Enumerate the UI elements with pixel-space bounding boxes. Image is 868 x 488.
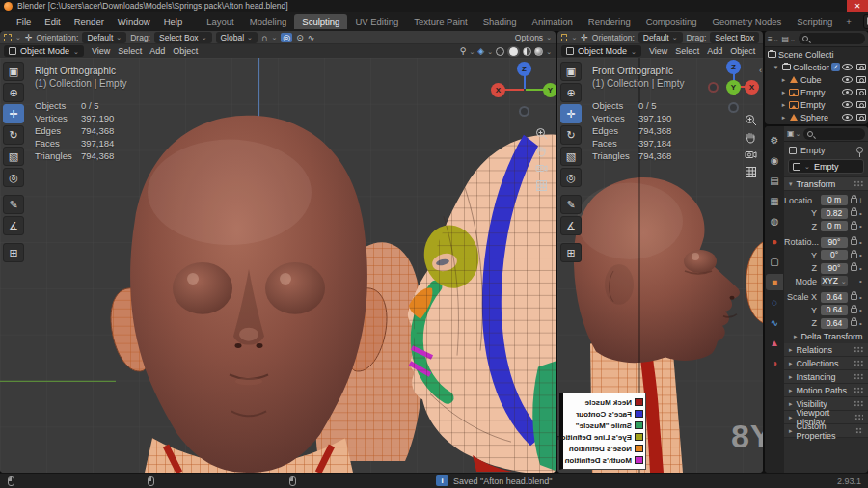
rotation-mode-dropdown[interactable]: XYZ⌄ bbox=[821, 276, 848, 286]
proportional-editing-icon[interactable]: ◎ bbox=[281, 33, 292, 42]
lock-icon[interactable] bbox=[851, 239, 857, 245]
panel-grip-icon[interactable] bbox=[854, 360, 863, 366]
outliner-filter-icon[interactable]: ≡⌄ bbox=[768, 35, 779, 43]
navigation-gizmo-left[interactable]: Z X Y bbox=[487, 60, 553, 120]
tab-layout[interactable]: Layout bbox=[199, 14, 242, 29]
tab-view-layer[interactable]: ▦ bbox=[766, 193, 783, 209]
tab-world[interactable]: ● bbox=[766, 233, 783, 250]
tab-rendering[interactable]: Rendering bbox=[581, 14, 638, 29]
expand-icon[interactable]: ▸ bbox=[780, 101, 787, 109]
animate-dot-icon[interactable]: • bbox=[857, 264, 864, 273]
menu-view[interactable]: View bbox=[92, 46, 110, 56]
expand-icon[interactable]: ▾ bbox=[773, 64, 779, 71]
tab-constraints[interactable]: ∿ bbox=[766, 314, 783, 331]
outliner-search-input[interactable] bbox=[799, 33, 865, 44]
menu-window[interactable]: Window bbox=[111, 16, 157, 27]
location-x-field[interactable]: 0 m bbox=[821, 195, 848, 205]
tab-material[interactable]: ◑ bbox=[766, 355, 783, 371]
shading-wireframe-icon[interactable] bbox=[496, 47, 504, 56]
camera-view-icon[interactable] bbox=[745, 149, 757, 161]
tab-animation[interactable]: Animation bbox=[525, 14, 581, 29]
tab-output[interactable]: ▤ bbox=[766, 173, 783, 189]
shading-rendered-icon[interactable] bbox=[534, 47, 543, 56]
location-z-field[interactable]: 0 m bbox=[821, 221, 848, 231]
animate-dot-icon[interactable]: • bbox=[857, 209, 864, 218]
drag-dropdown[interactable]: Select Box bbox=[710, 32, 759, 43]
animate-dot-icon[interactable]: • bbox=[857, 222, 864, 230]
overlays-icon[interactable]: ◈ bbox=[477, 46, 484, 56]
tool-transform[interactable]: ◎ bbox=[560, 168, 582, 187]
outliner-display-mode-icon[interactable]: ▤⌄ bbox=[782, 35, 796, 43]
tool-cursor[interactable]: ⊕ bbox=[3, 83, 24, 102]
tab-render[interactable]: ◉ bbox=[766, 152, 783, 169]
tool-annotate[interactable]: ✎ bbox=[3, 195, 24, 214]
gizmo-x-axis[interactable]: X bbox=[491, 83, 505, 97]
lock-icon[interactable] bbox=[851, 265, 857, 271]
hide-eye-icon[interactable] bbox=[842, 101, 853, 108]
tool-move[interactable]: ✛ bbox=[3, 104, 24, 123]
rotation-z-field[interactable]: 90° bbox=[821, 263, 848, 274]
animate-dot-icon[interactable]: i bbox=[857, 196, 864, 204]
panel-relations[interactable]: ▸Relations bbox=[784, 343, 868, 357]
panel-grip-icon[interactable] bbox=[854, 373, 863, 380]
tool-rotate[interactable]: ↻ bbox=[3, 125, 24, 145]
scene-selector[interactable]: ⌄ Scene ✕ bbox=[863, 14, 868, 29]
snap-magnet-icon[interactable]: ∩ bbox=[261, 33, 267, 42]
shading-solid-active[interactable] bbox=[507, 46, 520, 57]
panel-grip-icon[interactable] bbox=[855, 427, 863, 434]
tab-compositing[interactable]: Compositing bbox=[638, 14, 705, 29]
navigation-gizmo-right[interactable]: Z Y X bbox=[700, 60, 760, 118]
tab-tool[interactable]: ⚙ bbox=[766, 132, 783, 149]
viewport-3d-right[interactable]: Front Orthographic (1) Collection | Empt… bbox=[557, 58, 763, 473]
outliner-row-collection[interactable]: ▾ Collection ✓ bbox=[765, 61, 868, 73]
panel-custom-properties[interactable]: ▸Custom Properties bbox=[784, 424, 868, 438]
scale-x-field[interactable]: 0.64 bbox=[821, 292, 848, 303]
show-gizmo-icon[interactable]: ⚲ bbox=[460, 46, 467, 56]
hide-eye-icon[interactable] bbox=[842, 76, 853, 83]
expand-icon[interactable]: ▸ bbox=[780, 76, 787, 84]
panel-grip-icon[interactable] bbox=[854, 180, 863, 187]
hide-eye-icon[interactable] bbox=[842, 89, 853, 95]
menu-render[interactable]: Render bbox=[68, 16, 111, 27]
outliner-row-sphere[interactable]: ▸ Sphere bbox=[765, 111, 868, 123]
animate-dot-icon[interactable]: • bbox=[857, 251, 864, 259]
panel-grip-icon[interactable] bbox=[854, 400, 863, 407]
tool-move[interactable]: ✛ bbox=[560, 104, 582, 123]
close-button[interactable]: ✕ bbox=[847, 0, 868, 12]
tool-measure[interactable]: ∡ bbox=[3, 216, 24, 235]
animate-dot-icon[interactable]: • bbox=[857, 277, 864, 285]
drag-dropdown[interactable]: Select Box⌄ bbox=[154, 32, 212, 43]
panel-motion-paths[interactable]: ▸Motion Paths bbox=[784, 384, 868, 397]
sidebar-toggle-arrow[interactable]: ‹ bbox=[759, 66, 762, 75]
mode-dropdown[interactable]: Object Mode⌄ bbox=[4, 45, 84, 57]
menu-object[interactable]: Object bbox=[730, 46, 755, 56]
render-camera-icon[interactable] bbox=[856, 76, 866, 83]
expand-icon[interactable]: ▸ bbox=[780, 114, 787, 122]
panel-grip-icon[interactable] bbox=[854, 346, 863, 353]
pan-hand-icon[interactable] bbox=[535, 145, 548, 157]
tab-geometry-nodes[interactable]: Geometry Nodes bbox=[705, 14, 790, 29]
editor-type-icon[interactable]: ▣⌄ bbox=[787, 129, 800, 138]
camera-view-icon[interactable] bbox=[535, 162, 548, 175]
tool-rotate[interactable]: ↻ bbox=[560, 125, 582, 145]
outliner-row-empty-2[interactable]: ▸ Empty bbox=[765, 98, 868, 111]
breadcrumb-object[interactable]: Empty bbox=[800, 146, 826, 155]
menu-view[interactable]: View bbox=[649, 46, 667, 56]
scale-z-field[interactable]: 0.64 bbox=[821, 318, 848, 329]
tab-modeling[interactable]: Modeling bbox=[242, 14, 295, 29]
pan-hand-icon[interactable] bbox=[745, 131, 757, 144]
menu-add[interactable]: Add bbox=[149, 46, 165, 56]
tool-scale[interactable]: ▧ bbox=[3, 147, 24, 166]
active-tool-icon[interactable] bbox=[561, 34, 567, 41]
menu-object[interactable]: Object bbox=[173, 46, 198, 56]
scale-y-field[interactable]: 0.64 bbox=[821, 305, 848, 315]
gizmo-minus-z[interactable] bbox=[519, 106, 529, 117]
object-name-field[interactable]: ⌄ Empty bbox=[788, 159, 864, 174]
render-camera-icon[interactable] bbox=[856, 89, 866, 95]
tab-shading[interactable]: Shading bbox=[475, 14, 525, 29]
menu-edit[interactable]: Edit bbox=[38, 16, 67, 27]
panel-instancing[interactable]: ▸Instancing bbox=[784, 370, 868, 384]
tool-measure[interactable]: ∡ bbox=[560, 216, 582, 235]
zoom-icon[interactable] bbox=[535, 127, 548, 140]
lock-icon[interactable] bbox=[851, 224, 857, 230]
